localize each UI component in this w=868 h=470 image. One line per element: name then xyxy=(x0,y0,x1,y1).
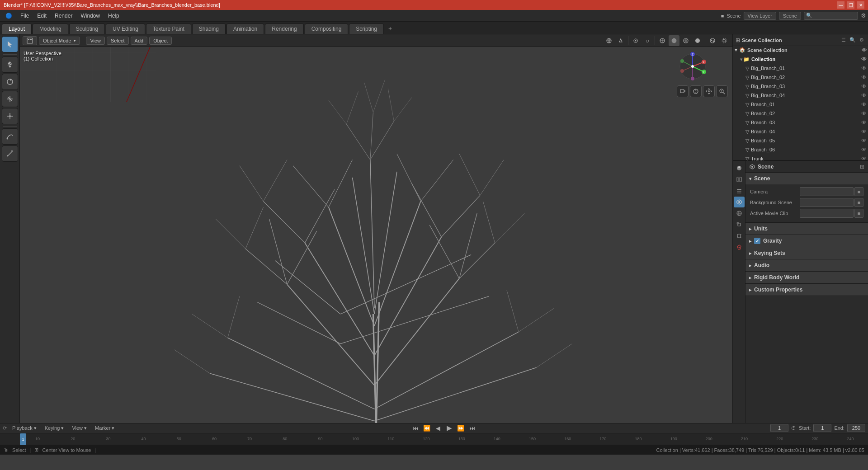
active-movie-clip-picker[interactable]: ■ xyxy=(854,209,863,218)
keying-sets-header[interactable]: ▸ Keying Sets xyxy=(745,247,868,259)
object-props-tab[interactable] xyxy=(734,219,745,230)
big-branch-01-item[interactable]: ▽ Big_Branch_01 👁 xyxy=(733,64,868,73)
branch-03-item[interactable]: ▽ Branch_03 👁 xyxy=(733,118,868,127)
modifier-props-tab[interactable] xyxy=(734,230,745,241)
outliner-search-button[interactable]: 🔍 xyxy=(849,36,857,44)
custom-props-header[interactable]: ▸ Custom Properties xyxy=(745,284,868,296)
menu-window[interactable]: Window xyxy=(77,12,104,20)
outliner-filter-button[interactable]: ☰ xyxy=(840,36,848,44)
menu-blender[interactable]: 🔵 xyxy=(2,12,16,20)
background-scene-value[interactable] xyxy=(800,198,854,207)
tab-scripting[interactable]: Scripting xyxy=(349,24,384,34)
viewport-global-button[interactable] xyxy=(604,35,614,46)
camera-picker-button[interactable]: ■ xyxy=(854,187,863,196)
tab-sculpting[interactable]: Sculpting xyxy=(69,24,105,34)
branch-05-item[interactable]: ▽ Branch_05 👁 xyxy=(733,136,868,145)
view-layer-props-tab[interactable] xyxy=(734,185,745,196)
tab-layout[interactable]: Layout xyxy=(2,24,32,34)
active-movie-clip-value[interactable] xyxy=(800,209,854,218)
audio-section-header[interactable]: ▸ Audio xyxy=(745,259,868,271)
visibility-toggle-bb04[interactable]: 👁 xyxy=(861,92,867,99)
restore-button[interactable]: ❐ xyxy=(847,1,854,9)
viewport-3d[interactable]: Object Mode ▾ View Select Add Object xyxy=(20,34,732,423)
tab-shading[interactable]: Shading xyxy=(192,24,226,34)
keying-menu[interactable]: Keying ▾ xyxy=(42,425,67,432)
branch-04-item[interactable]: ▽ Branch_04 👁 xyxy=(733,127,868,136)
rigid-body-header[interactable]: ▸ Rigid Body World xyxy=(745,272,868,283)
camera-view-button[interactable] xyxy=(677,85,689,97)
menu-help[interactable]: Help xyxy=(104,12,123,20)
camera-value[interactable] xyxy=(800,187,854,196)
scene-section-header[interactable]: ▾ Scene xyxy=(745,173,868,184)
measure-tool-button[interactable] xyxy=(2,146,18,162)
transform-tool-button[interactable] xyxy=(2,108,18,124)
playback-menu[interactable]: Playback ▾ xyxy=(9,425,39,432)
collection-item[interactable]: ▾ 📁 Collection 👁 xyxy=(733,55,868,64)
navigation-gizmo[interactable]: X Y Z xyxy=(677,51,708,82)
select-tool-button[interactable] xyxy=(2,36,18,52)
pan-view-button[interactable] xyxy=(703,85,715,97)
scale-tool-button[interactable] xyxy=(2,91,18,107)
end-frame-input[interactable] xyxy=(847,424,865,432)
timeline-playhead[interactable]: 1 xyxy=(20,433,26,445)
add-workspace-button[interactable]: + xyxy=(385,23,396,34)
object-menu[interactable]: Object xyxy=(149,37,172,45)
timeline-track[interactable]: 10 20 30 40 50 60 70 80 90 100 110 120 1… xyxy=(0,433,868,445)
physics-props-tab[interactable] xyxy=(734,242,745,253)
world-props-tab[interactable] xyxy=(734,208,745,219)
view-menu-timeline[interactable]: View ▾ xyxy=(69,425,90,432)
visibility-toggle-b02[interactable]: 👁 xyxy=(861,110,867,117)
layout-dropdown[interactable]: View Layer xyxy=(744,12,776,20)
minimize-button[interactable]: — xyxy=(837,1,844,9)
viewport-snap-button[interactable] xyxy=(630,35,641,46)
coll-expand-arrow[interactable]: ▾ xyxy=(735,47,737,53)
play-back-button[interactable]: ◀ xyxy=(433,424,443,432)
header-icon-render[interactable]: ⚙ xyxy=(861,12,866,19)
scene-dropdown[interactable]: Scene xyxy=(779,12,801,20)
branch-06-item[interactable]: ▽ Branch_06 👁 xyxy=(733,145,868,154)
view-menu[interactable]: View xyxy=(86,37,105,45)
object-mode-dropdown[interactable]: Object Mode ▾ xyxy=(39,37,80,45)
big-branch-02-item[interactable]: ▽ Big_Branch_02 👁 xyxy=(733,73,868,82)
visibility-toggle-b01[interactable]: 👁 xyxy=(861,101,867,108)
visibility-toggle-bb02[interactable]: 👁 xyxy=(861,74,867,80)
timeline-editor-type[interactable]: ⟳ xyxy=(3,425,7,431)
visibility-toggle-b04[interactable]: 👁 xyxy=(861,128,867,135)
step-back-button[interactable]: ⏪ xyxy=(422,424,432,432)
scene-visibility-icon[interactable]: 👁 xyxy=(862,47,867,53)
render-region-button[interactable] xyxy=(690,85,702,97)
visibility-toggle-bb03[interactable]: 👁 xyxy=(861,83,867,89)
viewport-proportional-button[interactable]: ○ xyxy=(642,35,653,46)
visibility-toggle-bb01[interactable]: 👁 xyxy=(861,65,867,71)
step-forward-button[interactable]: ⏩ xyxy=(456,424,466,432)
marker-menu[interactable]: Marker ▾ xyxy=(92,425,117,432)
big-branch-03-item[interactable]: ▽ Big_Branch_03 👁 xyxy=(733,82,868,91)
start-frame-input[interactable] xyxy=(813,424,831,432)
outliner-sync-button[interactable]: ⚙ xyxy=(858,36,866,44)
zoom-view-button[interactable] xyxy=(716,85,728,97)
xray-toggle-button[interactable] xyxy=(719,35,730,46)
visibility-toggle[interactable]: 👁 xyxy=(861,56,867,62)
solid-shading-button[interactable] xyxy=(669,35,679,46)
scene-props-tab[interactable] xyxy=(734,197,745,207)
props-expand-button[interactable]: ⊞ xyxy=(860,164,864,170)
jump-to-end-button[interactable]: ⏭ xyxy=(467,424,477,432)
rotate-tool-button[interactable] xyxy=(2,74,18,90)
tab-uv-editing[interactable]: UV Editing xyxy=(106,24,145,34)
jump-to-start-button[interactable]: ⏮ xyxy=(410,424,420,432)
visibility-toggle-trunk[interactable]: 👁 xyxy=(861,155,867,161)
trunk-item[interactable]: ▽ Trunk 👁 xyxy=(733,154,868,161)
menu-render[interactable]: Render xyxy=(51,12,76,20)
move-tool-button[interactable] xyxy=(2,56,18,73)
render-props-tab[interactable] xyxy=(734,163,745,174)
close-button[interactable]: ✕ xyxy=(857,1,864,9)
visibility-toggle-b06[interactable]: 👁 xyxy=(861,146,867,153)
background-scene-picker[interactable]: ■ xyxy=(854,198,863,207)
units-section-header[interactable]: ▸ Units xyxy=(745,223,868,235)
big-branch-04-item[interactable]: ▽ Big_Branch_04 👁 xyxy=(733,91,868,100)
rendered-shading-button[interactable] xyxy=(692,35,703,46)
wireframe-shading-button[interactable] xyxy=(657,35,668,46)
tab-compositing[interactable]: Compositing xyxy=(305,24,349,34)
menu-file[interactable]: File xyxy=(17,12,33,20)
current-frame-input[interactable] xyxy=(770,424,788,432)
